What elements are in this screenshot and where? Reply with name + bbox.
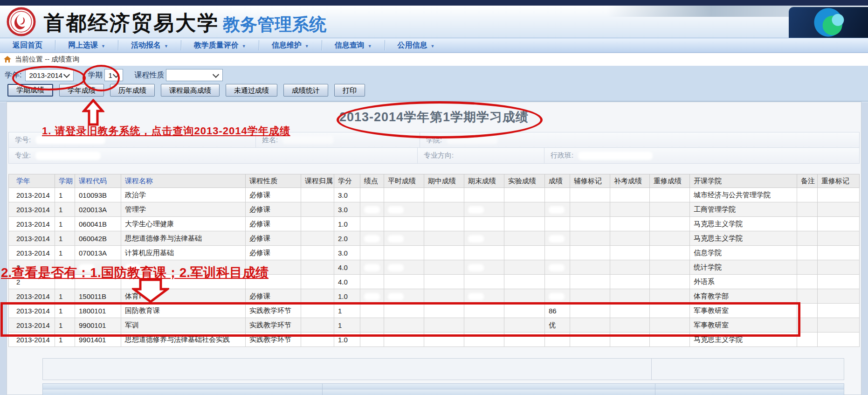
table-cell <box>818 289 860 304</box>
column-header: 课程代码 <box>75 174 121 188</box>
table-cell <box>570 188 610 202</box>
table-cell <box>424 318 464 333</box>
table-cell <box>360 246 384 260</box>
redacted-value <box>364 336 380 344</box>
table-cell <box>301 246 334 260</box>
table-cell <box>384 304 424 318</box>
tab-button-1[interactable]: 学期成绩 <box>7 84 53 97</box>
tab-button-3[interactable]: 历年成绩 <box>110 84 155 97</box>
nav-item-1[interactable]: 返回首页 <box>0 38 55 52</box>
nav-item-label: 教学质量评价 <box>194 41 239 50</box>
table-cell <box>384 202 424 217</box>
table-cell: 3.0 <box>334 202 360 217</box>
redacted-value <box>468 206 484 214</box>
summary-empty-row <box>42 358 844 380</box>
university-name: 首都经济贸易大学 <box>44 9 219 37</box>
redacted-value <box>35 136 105 144</box>
grades-table-wrap: 学年学期课程代码课程名称课程性质课程归属学分绩点平时成绩期中成绩期末成绩实验成绩… <box>8 174 860 347</box>
table-cell <box>384 275 424 289</box>
university-seal-logo <box>7 7 36 36</box>
column-header: 课程性质 <box>246 174 301 188</box>
table-cell <box>797 217 818 231</box>
year-label: 学年: <box>5 70 21 80</box>
redacted-value <box>388 336 404 344</box>
table-cell <box>610 231 650 246</box>
redacted-value <box>468 293 484 300</box>
table-cell: 060041B <box>75 217 121 231</box>
table-cell <box>610 289 650 304</box>
table-cell <box>384 289 424 304</box>
tab-button-4[interactable]: 课程最高成绩 <box>161 84 220 97</box>
column-header: 辅修标记 <box>570 174 610 188</box>
nav-item-label: 信息查询 <box>335 41 365 50</box>
nav-item-5[interactable]: 信息维护▼ <box>259 38 322 52</box>
redacted-value <box>388 235 404 243</box>
table-cell: 实践教学环节 <box>246 304 301 318</box>
table-cell <box>384 246 424 260</box>
student-info-row: 学号: 姓名: 学院: <box>8 132 860 148</box>
table-cell: 计算机应用基础 <box>121 246 246 260</box>
tab-button-2[interactable]: 学年成绩 <box>59 84 104 97</box>
table-cell <box>301 217 334 231</box>
column-header: 平时成绩 <box>384 174 424 188</box>
table-cell <box>464 260 504 275</box>
table-cell <box>818 217 860 231</box>
table-row: 2013-20141150011B体育Ⅰ必修课1.0体育教学部 <box>9 289 860 304</box>
redacted-value <box>364 235 380 243</box>
nav-item-label: 活动报名 <box>131 41 161 50</box>
student-major-cell: 专业: <box>9 148 418 163</box>
table-cell <box>610 217 650 231</box>
table-cell: 思想道德修养与法律基础社会实践 <box>121 333 246 347</box>
table-cell: 2 <box>9 275 55 289</box>
grades-body: 2013-20141010093B政治学必修课3.0城市经济与公共管理学院201… <box>9 188 860 347</box>
table-cell <box>424 188 464 202</box>
redacted-value <box>282 136 334 144</box>
tab-button-5[interactable]: 未通过成绩 <box>226 84 277 97</box>
nav-item-4[interactable]: 教学质量评价▼ <box>181 38 259 52</box>
table-cell: 1 <box>55 217 75 231</box>
course-nature-select[interactable] <box>166 69 223 81</box>
table-cell: 1 <box>55 333 75 347</box>
table-cell <box>545 231 570 246</box>
term-select[interactable]: 1 <box>104 69 123 81</box>
table-cell <box>464 275 504 289</box>
table-cell <box>797 231 818 246</box>
column-header: 重修标记 <box>818 174 860 188</box>
column-header: 学年 <box>9 174 55 188</box>
table-cell <box>610 188 650 202</box>
table-cell <box>610 275 650 289</box>
tab-button-7[interactable]: 打印 <box>334 84 365 97</box>
year-select-value: 2013-2014 <box>29 71 62 79</box>
nav-item-label: 返回首页 <box>13 41 42 50</box>
table-cell <box>424 231 464 246</box>
table-cell: 1.0 <box>334 333 360 347</box>
table-cell: 020013A <box>75 202 121 217</box>
nav-item-7[interactable]: 公用信息▼ <box>385 38 448 52</box>
table-cell <box>464 217 504 231</box>
table-cell: 070013A <box>75 246 121 260</box>
table-cell <box>464 202 504 217</box>
table-cell <box>384 188 424 202</box>
table-cell <box>360 304 384 318</box>
table-cell <box>504 304 545 318</box>
table-cell: 010093B <box>75 188 121 202</box>
grades-table: 学年学期课程代码课程名称课程性质课程归属学分绩点平时成绩期中成绩期末成绩实验成绩… <box>8 174 860 347</box>
table-cell <box>797 188 818 202</box>
nav-item-3[interactable]: 活动报名▼ <box>118 38 181 52</box>
nav-item-6[interactable]: 信息查询▼ <box>322 38 385 52</box>
table-cell <box>545 275 570 289</box>
tab-button-6[interactable]: 成绩统计 <box>283 84 328 97</box>
table-cell <box>424 246 464 260</box>
table-cell <box>301 275 334 289</box>
table-cell <box>504 246 545 260</box>
breadcrumb-text: 当前位置 -- 成绩查询 <box>15 55 79 64</box>
table-cell <box>650 318 690 333</box>
year-select[interactable]: 2013-2014 <box>25 69 74 81</box>
redacted-value <box>364 249 380 257</box>
table-row: 2013-201419900101军训实践教学环节1优军事教研室 <box>9 318 860 333</box>
table-cell <box>384 318 424 333</box>
table-cell: 2 <box>9 260 55 275</box>
table-cell <box>384 231 424 246</box>
table-cell <box>818 275 860 289</box>
nav-item-2[interactable]: 网上选课▼ <box>55 38 118 52</box>
